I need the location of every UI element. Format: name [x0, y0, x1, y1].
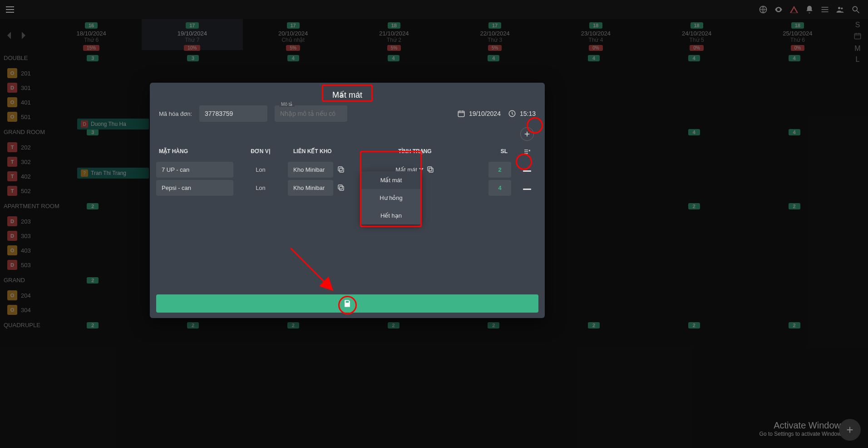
globe-icon[interactable] [758, 5, 768, 15]
item-select[interactable]: Pepsi - can [156, 180, 233, 196]
hamburger-icon[interactable] [5, 4, 15, 15]
fab-add-button[interactable] [839, 419, 861, 441]
add-row-button[interactable] [520, 127, 534, 141]
windows-watermark: Activate Windows Go to Settings to activ… [760, 420, 845, 437]
col-item: MẶT HÀNG [156, 148, 233, 157]
status-dropdown: Mất mátHư hỏngHết hạn [361, 171, 421, 224]
modal-header-row: Mã hóa đơn: Mô tả 19/10/2024 15:13 [150, 105, 545, 127]
dropdown-option[interactable]: Hết hạn [361, 207, 421, 224]
svg-point-3 [853, 6, 857, 11]
date-display[interactable]: 19/10/2024 [457, 110, 501, 118]
calendar-wrap: 1618/10/2024Thứ 615%1719/10/2024Thứ 710%… [0, 19, 868, 448]
warehouse-select[interactable]: Kho Minibar [288, 180, 333, 196]
svg-rect-7 [340, 168, 344, 172]
search-icon[interactable] [851, 5, 861, 15]
col-status: TÌNH TRẠNG [374, 148, 456, 157]
col-clear[interactable] [516, 148, 538, 157]
copy-icon[interactable] [426, 165, 434, 174]
svg-rect-5 [458, 111, 464, 117]
svg-rect-12 [338, 185, 342, 189]
copy-icon[interactable] [337, 165, 345, 174]
svg-rect-11 [340, 186, 344, 190]
svg-rect-9 [429, 168, 433, 172]
remove-row-button[interactable] [523, 189, 531, 190]
invoice-input[interactable] [199, 105, 267, 122]
col-unit: ĐƠN VỊ [233, 148, 288, 157]
save-button[interactable] [156, 294, 538, 313]
description-input[interactable] [275, 105, 347, 122]
svg-point-1 [838, 7, 840, 9]
invoice-label: Mã hóa đơn: [159, 110, 192, 117]
group-icon[interactable] [835, 5, 845, 15]
item-select[interactable]: 7 UP - can [156, 162, 233, 178]
col-qty: SL [456, 148, 516, 157]
svg-rect-10 [428, 167, 432, 171]
table-row: 7 UP - can Lon Kho Minibar Mất mát 2 [156, 160, 538, 179]
modal-title: Mất mát [150, 83, 545, 105]
unit-cell: Lon [233, 166, 288, 173]
remove-row-button[interactable] [523, 170, 531, 172]
warning-icon[interactable] [789, 5, 799, 15]
svg-rect-8 [338, 167, 342, 171]
unit-cell: Lon [233, 184, 288, 191]
menu-lines-icon[interactable] [820, 5, 830, 15]
dropdown-option[interactable]: Mất mát [361, 171, 421, 189]
loss-modal: Mất mát Mã hóa đơn: Mô tả 19/10/2024 15:… [150, 83, 545, 318]
table-row: Pepsi - can Lon Kho Minibar 4 [156, 179, 538, 197]
col-warehouse: LIÊN KẾT KHO [288, 148, 374, 157]
dropdown-option[interactable]: Hư hỏng [361, 189, 421, 207]
eye-icon[interactable] [774, 5, 784, 15]
qty-input[interactable]: 4 [488, 180, 511, 196]
qty-input[interactable]: 2 [488, 162, 511, 178]
desc-float-label: Mô tả [279, 102, 294, 107]
table-header: MẶT HÀNG ĐƠN VỊ LIÊN KẾT KHO TÌNH TRẠNG … [156, 144, 538, 160]
time-display[interactable]: 15:13 [508, 110, 536, 118]
copy-icon[interactable] [337, 184, 345, 192]
warehouse-select[interactable]: Kho Minibar [288, 162, 333, 178]
top-bar [0, 0, 868, 19]
svg-point-2 [841, 7, 843, 9]
bell-icon[interactable] [804, 5, 814, 15]
